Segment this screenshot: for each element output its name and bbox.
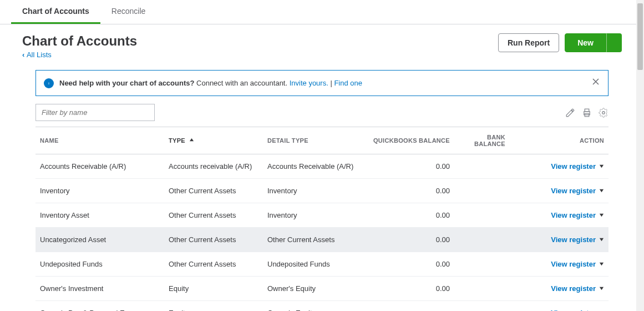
cell-detail: Other Current Assets	[263, 228, 368, 252]
sort-asc-icon	[189, 137, 194, 144]
cell-quickbooks-balance: 0.00	[368, 203, 454, 228]
cell-type: Equity	[164, 301, 263, 312]
cell-name: Owner's Investment	[36, 277, 164, 301]
caret-down-icon	[599, 260, 604, 268]
caret-down-icon	[599, 187, 604, 195]
view-register-link[interactable]: View register	[551, 309, 604, 311]
banner-sep: |	[328, 79, 334, 87]
run-report-button[interactable]: Run Report	[498, 33, 559, 52]
cell-detail: Accounts Receivable (A/R)	[263, 154, 368, 179]
svg-marker-9	[600, 238, 604, 241]
cell-quickbooks-balance: 0.00	[368, 228, 454, 252]
svg-marker-10	[600, 263, 604, 265]
cell-detail: Owner's Equity	[263, 277, 368, 301]
cell-quickbooks-balance: 0.00	[368, 277, 454, 301]
tab-chart-of-accounts[interactable]: Chart of Accounts	[11, 0, 100, 24]
cell-type: Accounts receivable (A/R)	[164, 154, 263, 179]
tab-reconcile[interactable]: Reconcile	[100, 0, 156, 24]
cell-type: Equity	[164, 277, 263, 301]
cell-bank-balance	[454, 301, 510, 312]
invite-yours-link[interactable]: Invite yours.	[290, 79, 328, 87]
cell-quickbooks-balance: 0.00	[368, 154, 454, 179]
help-banner: Need help with your chart of accounts? C…	[36, 70, 608, 96]
view-register-link[interactable]: View register	[551, 260, 604, 268]
column-header-type[interactable]: TYPE	[164, 127, 263, 154]
page-title: Chart of Accounts	[22, 33, 137, 49]
view-register-link[interactable]: View register	[551, 162, 604, 170]
cell-type: Other Current Assets	[164, 203, 263, 228]
svg-marker-8	[600, 214, 604, 217]
cell-type: Other Current Assets	[164, 228, 263, 252]
view-register-link[interactable]: View register	[551, 187, 604, 195]
cell-name: Inventory Asset	[36, 203, 164, 228]
column-header-action: ACTION	[510, 127, 608, 154]
svg-marker-11	[600, 287, 604, 290]
cell-quickbooks-balance: 0.00	[368, 179, 454, 203]
filter-by-name-input[interactable]	[36, 104, 155, 121]
cell-type: Other Current Assets	[164, 179, 263, 203]
cell-name: Undeposited Funds	[36, 252, 164, 277]
cell-name: Accounts Receivable (A/R)	[36, 154, 164, 179]
info-icon	[44, 78, 54, 88]
column-header-bank-balance[interactable]: BANK BALANCE	[454, 127, 510, 154]
cell-detail: Inventory	[263, 203, 368, 228]
svg-rect-2	[585, 109, 589, 112]
close-banner-button[interactable]	[591, 77, 600, 89]
new-button[interactable]: New	[565, 33, 606, 52]
print-icon[interactable]	[582, 108, 592, 118]
svg-point-4	[602, 111, 605, 114]
caret-down-icon	[599, 211, 604, 219]
column-header-name[interactable]: NAME	[36, 127, 164, 154]
cell-detail: Inventory	[263, 179, 368, 203]
cell-bank-balance	[454, 154, 510, 179]
cell-bank-balance	[454, 203, 510, 228]
caret-down-icon	[599, 162, 604, 170]
table-row[interactable]: Accounts Receivable (A/R)Accounts receiv…	[36, 154, 608, 179]
cell-bank-balance	[454, 179, 510, 203]
cell-quickbooks-balance: 0.00	[368, 252, 454, 277]
cell-name: Uncategorized Asset	[36, 228, 164, 252]
cell-name: Inventory	[36, 179, 164, 203]
view-register-link[interactable]: View register	[551, 284, 604, 293]
accounts-table: NAME TYPE DETAIL TYPE QUICKBOOKS BALANCE…	[36, 127, 608, 311]
banner-bold: Need help with your chart of accounts?	[59, 79, 194, 87]
cell-bank-balance	[454, 252, 510, 277]
scrollbar-thumb[interactable]	[637, 3, 643, 70]
caret-down-icon	[599, 284, 604, 293]
svg-marker-5	[190, 138, 194, 141]
table-row[interactable]: Owner's InvestmentEquityOwner's Equity0.…	[36, 277, 608, 301]
cell-detail: Undeposited Funds	[263, 252, 368, 277]
cell-bank-balance	[454, 277, 510, 301]
banner-plain: Connect with an accountant.	[194, 79, 289, 87]
cell-type: Other Current Assets	[164, 252, 263, 277]
view-register-link[interactable]: View register	[551, 235, 604, 244]
cell-detail: Owner's Equity	[263, 301, 368, 312]
top-tabs: Chart of Accounts Reconcile	[0, 0, 644, 24]
new-button-dropdown[interactable]	[606, 33, 622, 52]
caret-down-icon	[599, 309, 604, 311]
caret-down-icon	[599, 235, 604, 244]
table-row[interactable]: Owner's Pay & Personal ExpensesEquityOwn…	[36, 301, 608, 312]
cell-name: Owner's Pay & Personal Expenses	[36, 301, 164, 312]
column-header-quickbooks-balance[interactable]: QUICKBOOKS BALANCE	[368, 127, 454, 154]
back-all-lists-link[interactable]: All Lists	[22, 51, 137, 59]
svg-marker-7	[600, 189, 604, 192]
table-row[interactable]: Uncategorized AssetOther Current AssetsO…	[36, 228, 608, 252]
cell-quickbooks-balance	[368, 301, 454, 312]
column-header-detail-type[interactable]: DETAIL TYPE	[263, 127, 368, 154]
view-register-link[interactable]: View register	[551, 211, 604, 219]
settings-icon[interactable]	[599, 108, 608, 118]
svg-marker-6	[600, 165, 604, 168]
table-row[interactable]: Inventory AssetOther Current AssetsInven…	[36, 203, 608, 228]
cell-bank-balance	[454, 228, 510, 252]
table-row[interactable]: InventoryOther Current AssetsInventory0.…	[36, 179, 608, 203]
edit-icon[interactable]	[565, 108, 575, 118]
table-row[interactable]: Undeposited FundsOther Current AssetsUnd…	[36, 252, 608, 277]
vertical-scrollbar[interactable]	[636, 0, 644, 311]
find-one-link[interactable]: Find one	[334, 79, 362, 87]
